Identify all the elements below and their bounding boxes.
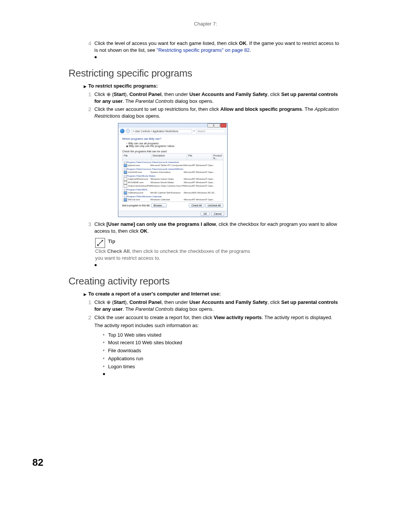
step-body: Click ⊕ (Start), Control Panel, then und… (94, 91, 342, 104)
heading-restricting: Restricting specific programs (68, 67, 342, 79)
list-item: Logon times (103, 363, 342, 371)
step-number: 1 (84, 299, 91, 312)
step-number: 4 (84, 40, 91, 53)
step-row: 3 Click [User name] can only use the pro… (84, 221, 342, 234)
step-body: Click [User name] can only use the progr… (94, 221, 342, 234)
list-item: Top 10 Web sites visited (103, 331, 342, 339)
program-row[interactable]: pipanel.exeMicrosoft Tablet PC Component… (123, 164, 223, 167)
checkbox[interactable] (124, 164, 127, 167)
checkbox[interactable] (124, 171, 127, 174)
window-titlebar (118, 123, 227, 128)
chapter-label: Chapter 7: (68, 21, 342, 27)
step-row: 4 Click the level of access you want for… (84, 40, 342, 53)
dialog-heading: Which programs can Billy use? (122, 137, 223, 141)
col-file2[interactable]: File (187, 154, 212, 160)
program-group: C:\Program Files\Windows Calendar (123, 195, 223, 198)
radio-allowed-only[interactable]: ◉ Billy can only use the programs I allo… (126, 145, 223, 148)
end-mark: ■ (94, 55, 342, 59)
step-number: 2 (84, 314, 91, 321)
ok-button[interactable]: OK (201, 212, 209, 216)
app-restrictions-dialog: « User Controls » Application Restrictio… (118, 123, 228, 217)
info-line: The activity report includes such inform… (84, 322, 342, 329)
col-product[interactable]: Product N... (212, 154, 223, 160)
program-row[interactable]: WinCal.exeWindows CalendarMicrosoft® Win… (123, 198, 223, 201)
nav-row: « User Controls » Application Restrictio… (118, 128, 227, 135)
page-number: 82 (32, 457, 43, 468)
task-heading: To create a report of a user's computer … (84, 291, 342, 297)
check-all-button[interactable]: Check All (189, 203, 204, 208)
cancel-button[interactable]: Cancel (211, 212, 224, 216)
back-button[interactable] (120, 129, 124, 133)
list-item: Most recent 10 Web sites blocked (103, 339, 342, 347)
checkbox[interactable] (124, 198, 127, 201)
step-body: Click the user account to set up restric… (94, 106, 342, 119)
heading-activity-reports: Creating activity reports (68, 275, 342, 287)
report-items-list: Top 10 Web sites visitedMost recent 10 W… (103, 331, 342, 371)
xref-link[interactable]: "Restricting specific programs" on page … (156, 47, 250, 53)
program-row[interactable]: CaptureWizard.exeWindows Import VideoMic… (123, 177, 223, 181)
step-number: 1 (84, 91, 91, 104)
program-row[interactable]: MOVIEMK.exeWindows Movie MakerMicrosoft®… (123, 181, 223, 184)
step-body: Click the level of access you want for e… (94, 40, 342, 53)
program-group: C:\Program Files\Common Files\microsoft … (123, 160, 223, 164)
list-item: Applications run (103, 355, 342, 363)
program-group: C:\Program Files\MSN (123, 188, 223, 191)
browse-button[interactable]: Browse... (151, 203, 167, 208)
col-description[interactable]: Description (151, 154, 187, 160)
col-file[interactable]: File (123, 154, 151, 160)
program-row[interactable]: msinfo32.exeSystem InformationMicrosoft®… (123, 171, 223, 174)
tip-box: Tip Click Check All, then click to unche… (95, 238, 253, 261)
step-number: 3 (84, 221, 91, 234)
step-row: 1 Click ⊕ (Start), Control Panel, then u… (84, 299, 342, 312)
search-input[interactable]: Search (196, 129, 226, 133)
step-number: 2 (84, 106, 91, 119)
end-mark: ■ (103, 372, 342, 376)
checkbox[interactable] (124, 177, 127, 181)
tip-icon (95, 238, 105, 248)
step-row: 2 Click the user account to create a rep… (84, 314, 342, 321)
list-item: File downloads (103, 347, 342, 355)
step-row: 2 Click the user account to set up restr… (84, 106, 342, 119)
checkbox[interactable] (124, 191, 127, 195)
minimize-button[interactable] (207, 123, 213, 128)
check-programs-label: Check the programs that can be used: (122, 150, 223, 153)
program-group: C:\Program Files\Common Files\microsoft … (123, 167, 223, 171)
step-body: Click ⊕ (Start), Control Panel, then und… (94, 299, 342, 312)
checkbox[interactable] (124, 181, 127, 184)
add-program-label: Add a program to this list: (122, 204, 150, 207)
maximize-button[interactable] (214, 123, 220, 128)
forward-button[interactable] (126, 129, 130, 133)
close-button[interactable] (220, 123, 226, 128)
checkbox[interactable] (124, 184, 127, 188)
step-body: Click the user account to create a repor… (94, 314, 342, 321)
breadcrumb[interactable]: « User Controls » Application Restrictio… (131, 129, 192, 133)
uncheck-all-button[interactable]: Uncheck All (205, 203, 223, 208)
program-row[interactable]: m3tbsetup.exeWin32 Cabinet Self-Extracto… (123, 191, 223, 195)
programs-table: File Description File Product N... C:\Pr… (122, 153, 223, 202)
program-group: C:\Program Files\Movie Maker (123, 174, 223, 177)
radio-all-programs[interactable]: ○ Billy can use all programs (126, 142, 223, 145)
tip-title: Tip (108, 238, 115, 244)
step-row: 1 Click ⊕ (Start), Control Panel, then u… (84, 91, 342, 104)
task-heading: To restrict specific programs: (84, 83, 342, 89)
program-row[interactable]: VideoCameraAutoPlay...Windows Video Came… (123, 184, 223, 188)
end-mark: ■ (94, 263, 342, 267)
